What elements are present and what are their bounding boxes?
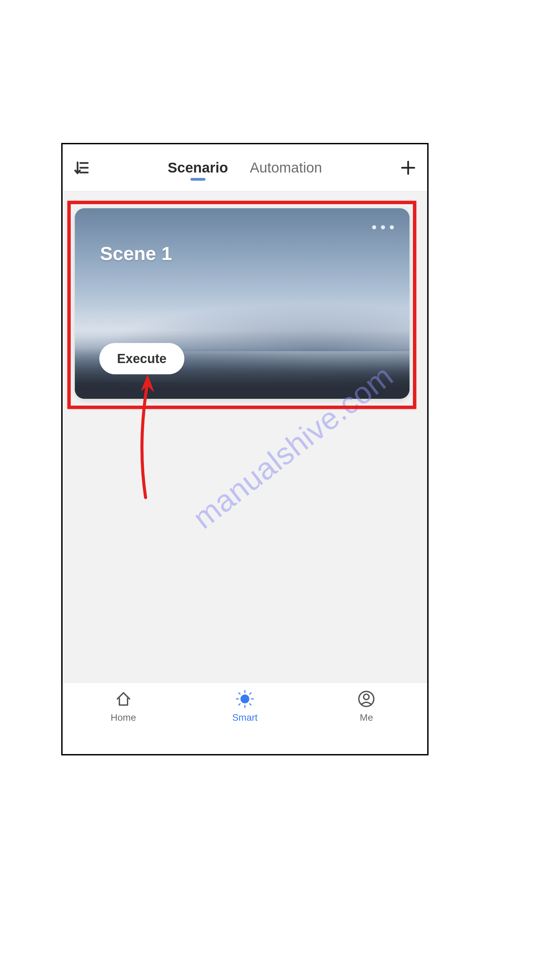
scene-title: Scene 1 — [100, 242, 172, 264]
nav-label: Me — [360, 712, 373, 723]
execute-button[interactable]: Execute — [99, 343, 184, 374]
nav-item-smart[interactable]: Smart — [184, 689, 305, 723]
plus-icon — [400, 159, 416, 176]
more-dots-icon — [390, 225, 394, 229]
add-button[interactable] — [398, 158, 418, 178]
page-root: Scenario Automation — [0, 0, 551, 980]
svg-line-14 — [250, 693, 251, 694]
scene-card[interactable]: Scene 1 Execute — [75, 208, 410, 399]
tab-scenario[interactable]: Scenario — [166, 156, 229, 180]
svg-point-6 — [240, 695, 249, 703]
user-icon — [356, 689, 376, 709]
bottom-nav: Home — [63, 682, 427, 754]
phone-frame: Scenario Automation — [61, 143, 429, 756]
content-area: Scene 1 Execute manualshive.com — [63, 191, 427, 682]
tab-automation[interactable]: Automation — [248, 156, 323, 180]
tab-label: Automation — [250, 159, 322, 176]
more-dots-icon — [381, 225, 385, 229]
nav-item-me[interactable]: Me — [306, 689, 427, 723]
top-bar: Scenario Automation — [63, 144, 427, 191]
nav-label: Smart — [232, 712, 258, 723]
tabs-container: Scenario Automation — [92, 144, 398, 191]
sort-button[interactable] — [71, 158, 92, 178]
nav-label: Home — [111, 712, 136, 723]
more-dots-icon — [372, 225, 376, 229]
scene-more-button[interactable] — [372, 225, 394, 229]
sun-icon — [235, 689, 255, 709]
svg-line-13 — [239, 704, 240, 705]
svg-line-11 — [239, 693, 240, 694]
nav-item-home[interactable]: Home — [63, 689, 184, 723]
sort-icon — [73, 159, 90, 176]
svg-point-16 — [364, 694, 369, 700]
execute-button-label: Execute — [117, 352, 167, 366]
home-icon — [114, 689, 133, 709]
tab-label: Scenario — [168, 159, 228, 176]
svg-line-12 — [250, 704, 251, 705]
